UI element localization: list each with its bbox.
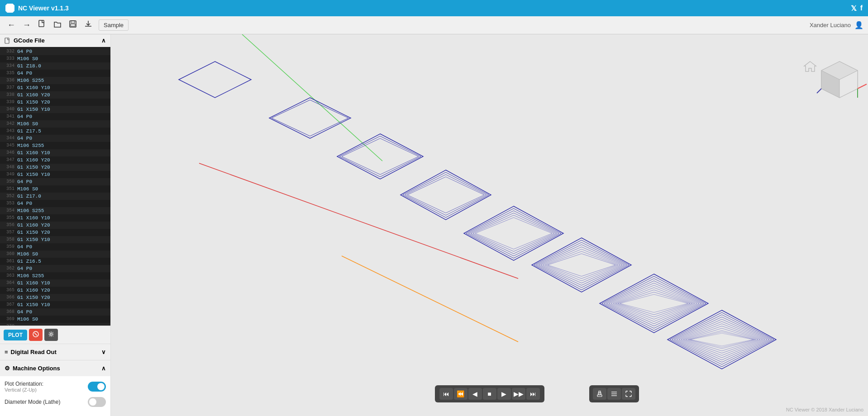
shape-1 — [179, 61, 251, 98]
gcode-line[interactable]: 334G1 Z18.0 — [0, 62, 110, 70]
next-frame-button[interactable]: ▶▶ — [512, 388, 525, 400]
dro-header-left: ≡ Digital Read Out — [5, 349, 57, 355]
shape-8 — [668, 310, 776, 369]
forward-button[interactable]: → — [20, 19, 33, 32]
dro-header[interactable]: ≡ Digital Read Out ∨ — [0, 344, 110, 360]
gcode-line[interactable]: 337G1 X160 Y10 — [0, 84, 110, 91]
gcode-line[interactable]: 342M106 S0 — [0, 120, 110, 128]
svg-marker-17 — [401, 170, 491, 220]
diameter-mode-toggle[interactable] — [88, 397, 106, 407]
gcode-line[interactable]: 343G1 Z17.5 — [0, 128, 110, 135]
gcode-line[interactable]: 364G1 X160 Y10 — [0, 279, 110, 287]
gcode-line[interactable]: 333M106 S0 — [0, 55, 110, 62]
gcode-line[interactable]: 359G4 P0 — [0, 243, 110, 251]
back-frame-button[interactable]: ◀ — [468, 388, 482, 400]
twitter-icon[interactable]: 𝕏 — [851, 4, 857, 13]
gcode-line[interactable]: 366G1 X150 Y20 — [0, 294, 110, 301]
playback-bar: ⏮ ⏪ ◀ ■ ▶ ▶▶ ⏭ — [435, 385, 544, 402]
toolbar: ← → Sample Xander Luciano 👤 — [0, 16, 868, 34]
gcode-line[interactable]: 340G1 X150 Y10 — [0, 106, 110, 113]
tool-button-2[interactable] — [607, 388, 621, 400]
title-bar: NC Viewer v1.1.3 𝕏 f — [0, 0, 868, 16]
gcode-line[interactable]: 356G1 X160 Y20 — [0, 222, 110, 229]
gcode-editor[interactable]: 323G4 P0324M106 S0325G1 Z18.5326G4 P0327… — [0, 47, 110, 326]
svg-marker-28 — [534, 240, 629, 290]
machine-section: ⚙ Machine Options ∧ Plot Orientation: Ve… — [0, 360, 110, 416]
gcode-line[interactable]: 339G1 X150 Y20 — [0, 99, 110, 106]
gcode-line[interactable]: 355G1 X160 Y10 — [0, 214, 110, 222]
svg-line-8 — [242, 34, 382, 161]
sample-button[interactable]: Sample — [99, 19, 129, 31]
svg-rect-4 — [5, 38, 9, 43]
svg-marker-42 — [615, 290, 692, 317]
gcode-line[interactable]: 352G1 Z17.0 — [0, 193, 110, 200]
rewind-button[interactable]: ⏮ — [439, 388, 453, 400]
gcode-line[interactable]: 363M106 S255 — [0, 272, 110, 279]
play-button[interactable]: ▶ — [497, 388, 511, 400]
gcode-line[interactable]: 357G1 X150 Y20 — [0, 229, 110, 236]
svg-rect-0 — [39, 20, 44, 27]
facebook-icon[interactable]: f — [860, 4, 863, 13]
copyright: NC Viewer © 2018 Xander Luciano — [786, 407, 863, 412]
gcode-settings-button[interactable] — [44, 329, 58, 341]
svg-marker-26 — [475, 217, 552, 249]
shape-3 — [337, 134, 423, 179]
gcode-line[interactable]: 335G4 P0 — [0, 70, 110, 77]
gcode-line[interactable]: 360M106 S0 — [0, 251, 110, 258]
gcode-line[interactable]: 351M106 S0 — [0, 185, 110, 193]
user-info: Xander Luciano 👤 — [810, 21, 863, 29]
svg-rect-3 — [71, 24, 75, 26]
plot-orientation-toggle[interactable] — [88, 382, 106, 392]
home-icon[interactable] — [804, 61, 816, 71]
gcode-line[interactable]: 348G1 X150 Y20 — [0, 164, 110, 171]
back-button[interactable]: ← — [5, 19, 18, 32]
gcode-line[interactable]: 365G1 X160 Y20 — [0, 287, 110, 294]
plot-button[interactable]: PLOT — [4, 330, 27, 340]
svg-marker-37 — [604, 279, 704, 328]
gcode-line[interactable]: 341G4 P0 — [0, 113, 110, 120]
app-title: NC Viewer — [18, 5, 49, 12]
stop-button[interactable] — [29, 329, 43, 341]
gcode-line[interactable]: 338G1 X160 Y20 — [0, 91, 110, 99]
new-button[interactable] — [35, 18, 49, 32]
gcode-line[interactable]: 358G1 X150 Y10 — [0, 236, 110, 243]
save-button[interactable] — [66, 18, 80, 32]
dro-title: Digital Read Out — [11, 349, 57, 355]
svg-marker-12 — [269, 98, 351, 138]
gcode-footer: PLOT — [0, 326, 110, 344]
gcode-line[interactable]: 362G4 P0 — [0, 265, 110, 272]
gcode-line[interactable]: 345M106 S255 — [0, 142, 110, 149]
machine-header[interactable]: ⚙ Machine Options ∧ — [0, 360, 110, 376]
gcode-line[interactable]: 367G1 X150 Y10 — [0, 301, 110, 308]
download-button[interactable] — [81, 18, 95, 32]
open-button[interactable] — [51, 18, 64, 32]
gcode-line[interactable]: 369M106 S0 — [0, 316, 110, 323]
gcode-line[interactable]: 336M106 S255 — [0, 77, 110, 84]
stop-playback-button[interactable]: ■ — [483, 388, 496, 400]
svg-marker-31 — [541, 247, 622, 283]
gcode-line[interactable]: 350G4 P0 — [0, 178, 110, 185]
svg-marker-52 — [683, 326, 760, 353]
prev-button[interactable]: ⏪ — [454, 388, 467, 400]
gcode-line[interactable]: 361G1 Z16.5 — [0, 258, 110, 265]
app-icon — [5, 4, 14, 13]
gcode-line[interactable]: 368G4 P0 — [0, 308, 110, 316]
gcode-line[interactable]: 354M106 S255 — [0, 207, 110, 214]
dro-section: ≡ Digital Read Out ∨ — [0, 344, 110, 360]
machine-collapse-icon: ∧ — [101, 365, 106, 372]
gcode-line[interactable]: 347G1 X160 Y20 — [0, 156, 110, 164]
end-button[interactable]: ⏭ — [526, 388, 540, 400]
gcode-line[interactable]: 332G4 P0 — [0, 48, 110, 55]
gcode-header-left: GCode File — [5, 37, 45, 44]
tool-button-1[interactable] — [593, 388, 606, 400]
svg-marker-41 — [613, 288, 695, 319]
gcode-line[interactable]: 349G1 X150 Y10 — [0, 171, 110, 178]
tool-button-3[interactable] — [622, 388, 635, 400]
gcode-line[interactable]: 346G1 X160 Y10 — [0, 149, 110, 156]
gcode-line[interactable]: 344G4 P0 — [0, 135, 110, 142]
diameter-mode-label-group: Diameter Mode (Lathe) — [5, 399, 60, 405]
gcode-line[interactable]: 353G4 P0 — [0, 200, 110, 207]
cube-widget[interactable] — [817, 61, 867, 98]
svg-rect-67 — [599, 391, 601, 393]
gcode-header[interactable]: GCode File ∧ — [0, 34, 110, 47]
